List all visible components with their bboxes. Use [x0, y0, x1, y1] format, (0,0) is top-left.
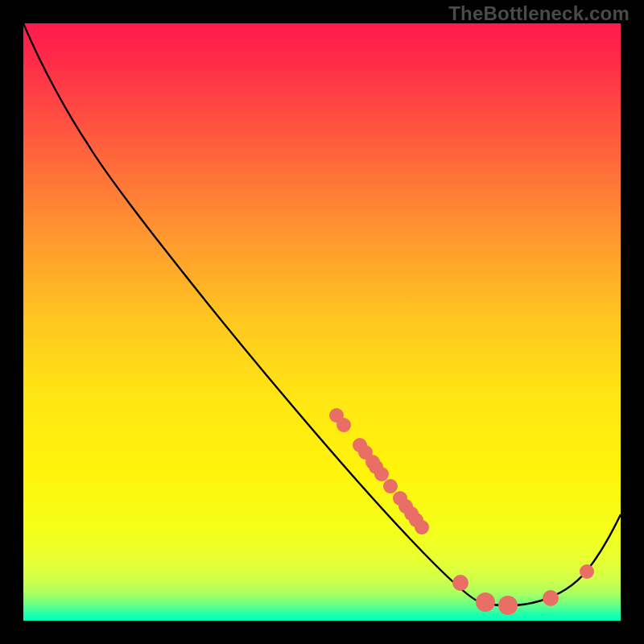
data-point: [498, 596, 518, 615]
data-point: [383, 479, 398, 493]
data-point: [415, 520, 429, 535]
watermark-text: TheBottleneck.com: [448, 2, 630, 25]
data-point: [476, 592, 495, 612]
data-point: [374, 467, 389, 481]
gradient-background: [23, 23, 621, 621]
data-point: [452, 575, 469, 591]
data-point: [543, 590, 559, 606]
plot-area: [23, 23, 621, 621]
chart-frame: TheBottleneck.com: [0, 0, 644, 644]
data-point: [580, 564, 594, 579]
chart-svg: [23, 23, 621, 621]
data-point: [336, 418, 351, 432]
